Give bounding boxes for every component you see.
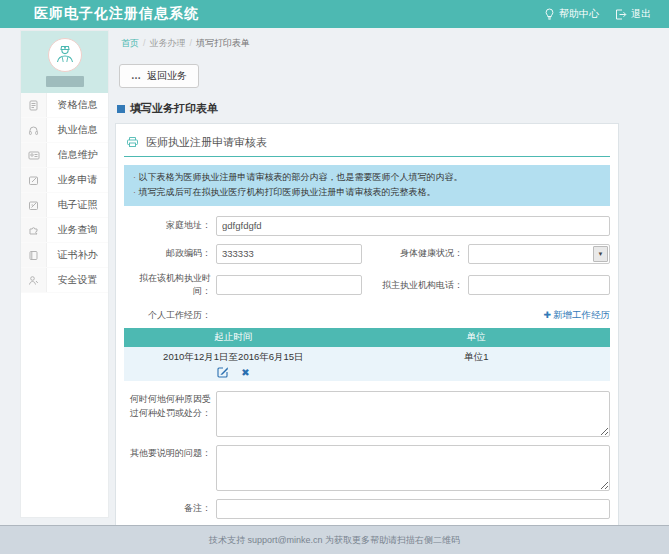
breadcrumb-separator: / [143, 38, 146, 48]
home-address-input[interactable] [216, 216, 610, 236]
add-work-experience-link[interactable]: ✚ 新增工作经历 [543, 309, 610, 322]
ellipsis-icon: … [131, 74, 141, 78]
remarks-input[interactable] [216, 499, 610, 519]
add-work-experience-label: 新增工作经历 [553, 309, 610, 322]
sidebar-item-label: 业务查询 [47, 223, 108, 237]
printer-icon [126, 136, 139, 150]
sidebar-item-label: 安全设置 [47, 273, 108, 287]
footer: 技术支持 support@minke.cn 为获取更多帮助请扫描右侧二维码 [0, 525, 669, 554]
other-issues-label: 其他要说明的问题： [124, 445, 216, 461]
blue-square-bullet [117, 105, 125, 113]
health-status-label: 身体健康状况： [372, 247, 468, 260]
org-phone-label: 拟主执业机构电话： [372, 279, 468, 292]
panel-title: 医师执业注册申请审核表 [146, 135, 267, 150]
table-row: 2010年12月1日至2016年6月15日 ✖ 单位1 [124, 347, 610, 381]
sidebar-item-label: 证书补办 [47, 248, 108, 262]
doctor-avatar-icon [54, 43, 76, 67]
sidebar-item-practice-info[interactable]: 执业信息 [21, 118, 108, 143]
other-issues-textarea[interactable] [216, 445, 610, 491]
document-icon [21, 93, 47, 117]
sidebar-item-certificate-reissue[interactable]: 证书补办 [21, 243, 108, 268]
user-panel [21, 31, 108, 93]
row-period: 2010年12月1日至2016年6月15日 [124, 351, 343, 364]
sidebar-item-label: 业务申请 [47, 173, 108, 187]
section-title: 填写业务打印表单 [117, 101, 619, 116]
user-name-redacted [46, 76, 84, 87]
postal-code-label: 邮政编码： [124, 247, 216, 261]
remarks-label: 备注： [124, 502, 216, 516]
logout-label: 退出 [631, 7, 651, 21]
delete-icon[interactable]: ✖ [241, 367, 249, 378]
back-button-label: 返回业务 [147, 69, 187, 83]
person-key-icon [21, 268, 47, 292]
sidebar-item-label: 资格信息 [47, 98, 108, 112]
health-status-select[interactable]: ▼ [468, 244, 610, 264]
back-to-business-button[interactable]: … 返回业务 [119, 64, 199, 88]
breadcrumb-item-business[interactable]: 业务办理 [150, 38, 186, 48]
edit-icon[interactable] [217, 366, 229, 378]
edit-square-icon [21, 168, 47, 192]
breadcrumb-link-home[interactable]: 首页 [121, 38, 139, 48]
sidebar-item-label: 信息维护 [47, 148, 108, 162]
punishment-label: 何时何地何种原因受过何种处罚或处分： [124, 391, 216, 420]
sidebar-item-business-query[interactable]: 业务查询 [21, 218, 108, 243]
sidebar-item-electronic-certificate[interactable]: 电子证照 [21, 193, 108, 218]
sidebar-item-qualification-info[interactable]: 资格信息 [21, 93, 108, 118]
section-title-text: 填写业务打印表单 [130, 101, 218, 116]
app-title: 医师电子化注册信息系统 [34, 5, 199, 23]
book-icon [21, 243, 47, 267]
avatar[interactable] [48, 38, 82, 72]
id-card-icon [21, 143, 47, 167]
sidebar-item-label: 电子证照 [47, 198, 108, 212]
table-header-period: 起止时间 [124, 328, 343, 347]
app-header: 医师电子化注册信息系统 帮助中心 退出 [0, 0, 669, 28]
logout-button[interactable]: 退出 [615, 7, 651, 21]
practice-time-label: 拟在该机构执业时间： [124, 272, 216, 299]
form-panel: 医师执业注册申请审核表 以下表格为医师执业注册申请审核表的部分内容，也是需要医师… [115, 123, 619, 554]
plus-icon: ✚ [543, 310, 551, 320]
work-experience-table: 起止时间 单位 2010年12月1日至2016年6月15日 ✖ [124, 328, 610, 381]
practice-time-input[interactable] [216, 275, 362, 295]
org-phone-input[interactable] [468, 275, 610, 295]
puzzle-icon [21, 218, 47, 242]
sidebar-item-info-maintenance[interactable]: 信息维护 [21, 143, 108, 168]
chevron-down-icon: ▼ [593, 246, 608, 262]
breadcrumb: 首页/业务办理/填写打印表单 [115, 30, 619, 56]
notice-box: 以下表格为医师执业注册申请审核表的部分内容，也是需要医师个人填写的内容。 填写完… [124, 165, 610, 206]
work-experience-label: 个人工作经历： [124, 309, 216, 323]
help-label: 帮助中心 [559, 7, 599, 21]
breadcrumb-separator: / [190, 38, 193, 48]
punishment-textarea[interactable] [216, 391, 610, 437]
sidebar-item-business-application[interactable]: 业务申请 [21, 168, 108, 193]
table-header-unit: 单位 [343, 328, 610, 347]
footer-text: 技术支持 support@minke.cn 为获取更多帮助请扫描右侧二维码 [209, 534, 460, 547]
sidebar-item-label: 执业信息 [47, 123, 108, 137]
logout-icon [615, 9, 627, 20]
help-lightbulb-icon [544, 8, 555, 20]
notice-line-2: 填写完成后可在拟执业医疗机构打印医师执业注册申请审核表的完整表格。 [133, 185, 601, 200]
sidebar-item-security-settings[interactable]: 安全设置 [21, 268, 108, 293]
home-address-label: 家庭地址： [124, 219, 216, 233]
panel-header: 医师执业注册申请审核表 [124, 132, 610, 157]
row-unit: 单位1 [343, 347, 610, 381]
help-center-button[interactable]: 帮助中心 [544, 7, 599, 21]
breadcrumb-item-current: 填写打印表单 [196, 38, 250, 48]
sidebar: 资格信息 执业信息 信息维护 业务申请 电子证照 业务查询 证书补办 安全设置 [20, 30, 109, 518]
headset-icon [21, 118, 47, 142]
postal-code-input[interactable] [216, 244, 362, 264]
notice-line-1: 以下表格为医师执业注册申请审核表的部分内容，也是需要医师个人填写的内容。 [133, 170, 601, 185]
certificate-edit-icon [21, 193, 47, 217]
